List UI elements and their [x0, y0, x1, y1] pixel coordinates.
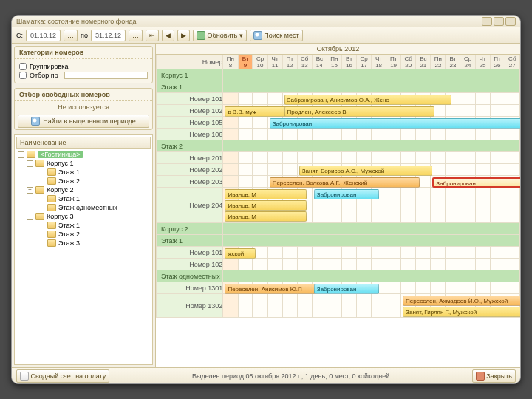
day-cell[interactable]: [446, 152, 460, 164]
tree-node[interactable]: −Корпус 2: [16, 185, 151, 194]
day-cell[interactable]: [282, 259, 297, 270]
day-cell[interactable]: [490, 93, 505, 105]
day-cell[interactable]: [446, 282, 460, 294]
day-cell[interactable]: [401, 152, 416, 164]
day-header[interactable]: Чт11: [267, 55, 282, 69]
day-cell[interactable]: [505, 164, 519, 176]
booking-bar[interactable]: Иванов, М: [225, 211, 307, 222]
day-header[interactable]: Вт16: [341, 55, 356, 69]
day-cell[interactable]: [253, 164, 267, 176]
day-header[interactable]: Пт12: [282, 55, 297, 69]
day-cell[interactable]: [312, 152, 327, 164]
tree-node[interactable]: −Корпус 1: [16, 159, 151, 168]
day-cell[interactable]: Забронирован: [267, 117, 282, 129]
date-to-input[interactable]: 31.12.12: [91, 30, 126, 41]
day-cell[interactable]: [297, 259, 312, 270]
day-cell[interactable]: [223, 93, 238, 105]
maximize-button[interactable]: [494, 17, 504, 26]
day-cell[interactable]: [505, 188, 519, 223]
day-header[interactable]: Пт19: [386, 55, 401, 69]
day-cell[interactable]: [446, 259, 460, 270]
find-places-button[interactable]: Поиск мест: [250, 30, 303, 41]
day-header[interactable]: Ср10: [253, 55, 267, 69]
day-cell[interactable]: [431, 282, 446, 294]
day-header[interactable]: Вс14: [312, 55, 327, 69]
day-cell[interactable]: [372, 294, 386, 318]
day-cell[interactable]: [475, 152, 490, 164]
day-cell[interactable]: Переселен, Волкова А.Г., Женский: [267, 176, 282, 188]
date-from-picker[interactable]: …: [64, 30, 78, 41]
section-row[interactable]: Этаж 1: [157, 81, 520, 93]
day-header[interactable]: Пн8: [223, 55, 238, 69]
day-cell[interactable]: Забронирован: [431, 176, 446, 188]
day-cell[interactable]: [416, 129, 431, 140]
day-cell[interactable]: [460, 188, 475, 223]
room-label[interactable]: Номер 106: [157, 129, 223, 140]
day-cell[interactable]: [253, 259, 267, 270]
day-cell[interactable]: [223, 259, 238, 270]
tree-node[interactable]: Этаж 1: [16, 194, 151, 203]
day-cell[interactable]: [327, 152, 341, 164]
day-cell[interactable]: [386, 129, 401, 140]
day-cell[interactable]: [267, 247, 282, 259]
day-cell[interactable]: [446, 105, 460, 117]
day-cell[interactable]: [341, 247, 356, 259]
day-cell[interactable]: [490, 247, 505, 259]
day-cell[interactable]: [238, 152, 253, 164]
tree-node[interactable]: Этаж 2: [16, 177, 151, 185]
day-cell[interactable]: [431, 247, 446, 259]
day-cell[interactable]: [238, 259, 253, 270]
room-label[interactable]: Номер 102: [157, 259, 223, 270]
section-row[interactable]: Корпус 1: [157, 69, 520, 81]
day-cell[interactable]: [475, 164, 490, 176]
day-cell[interactable]: [431, 259, 446, 270]
day-cell[interactable]: [505, 247, 519, 259]
booking-bar[interactable]: Забронирован: [314, 284, 379, 294]
booking-bar[interactable]: Забронирован, Анисимов О.А., Женс: [284, 95, 451, 105]
day-cell[interactable]: [282, 294, 297, 318]
booking-bar[interactable]: Переселен, Волкова А.Г., Женский: [270, 177, 420, 188]
day-cell[interactable]: [505, 129, 519, 140]
day-cell[interactable]: [223, 294, 238, 318]
day-cell[interactable]: [475, 105, 490, 117]
nav-next-icon[interactable]: ▶: [177, 30, 190, 41]
day-cell[interactable]: [356, 294, 371, 318]
day-cell[interactable]: [282, 152, 297, 164]
day-cell[interactable]: [297, 247, 312, 259]
day-header[interactable]: Чт25: [475, 55, 490, 69]
day-cell[interactable]: [475, 247, 490, 259]
minimize-button[interactable]: [482, 17, 492, 26]
tree-root[interactable]: − <Гостиница>: [16, 150, 151, 159]
day-cell[interactable]: [490, 105, 505, 117]
day-cell[interactable]: [416, 282, 431, 294]
day-cell[interactable]: [416, 247, 431, 259]
day-cell[interactable]: [297, 129, 312, 140]
section-row[interactable]: Этаж одноместных: [157, 270, 520, 282]
day-cell[interactable]: [505, 93, 519, 105]
booking-bar[interactable]: жской: [225, 248, 256, 259]
day-cell[interactable]: [267, 294, 282, 318]
day-cell[interactable]: [341, 259, 356, 270]
day-cell[interactable]: [475, 259, 490, 270]
day-cell[interactable]: [327, 259, 341, 270]
day-header[interactable]: Сб20: [401, 55, 416, 69]
day-cell[interactable]: Продлен, Алексеев В: [282, 105, 297, 117]
booking-bar[interactable]: Занят, Борисов А.С., Мужской: [299, 166, 432, 176]
day-cell[interactable]: [312, 247, 327, 259]
day-cell[interactable]: [386, 152, 401, 164]
day-header[interactable]: Ср17: [356, 55, 371, 69]
day-cell[interactable]: [253, 176, 267, 188]
day-cell[interactable]: [431, 129, 446, 140]
day-cell[interactable]: [475, 188, 490, 223]
day-cell[interactable]: [460, 247, 475, 259]
day-cell[interactable]: [490, 282, 505, 294]
day-cell[interactable]: [223, 117, 238, 129]
collapse-icon[interactable]: −: [18, 151, 24, 158]
date-to-picker[interactable]: …: [129, 30, 143, 41]
tree-node[interactable]: Этаж 1: [16, 221, 151, 230]
filter-by-input[interactable]: [64, 72, 148, 79]
close-window-button[interactable]: [505, 17, 516, 26]
booking-bar[interactable]: Занят, Гирлян Г., Мужской: [403, 307, 520, 317]
day-cell[interactable]: [282, 247, 297, 259]
day-cell[interactable]: [460, 164, 475, 176]
